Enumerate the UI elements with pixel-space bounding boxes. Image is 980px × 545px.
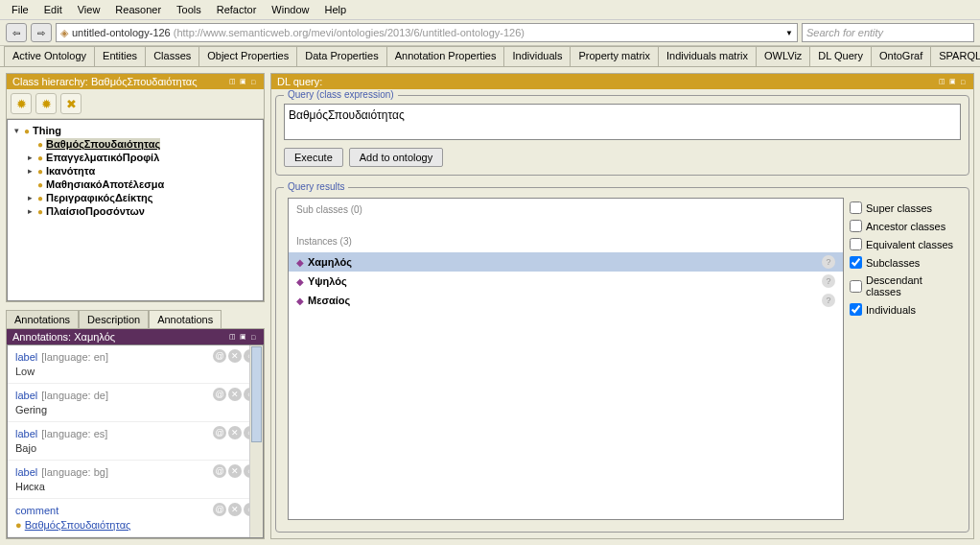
sub-tab-annotations[interactable]: Annotations	[6, 310, 79, 328]
ontology-url: (http://www.semanticweb.org/mevi/ontolog…	[174, 27, 525, 38]
option-super-classes[interactable]: Super classes	[850, 201, 957, 214]
query-input[interactable]: ΒαθμόςΣπουδαιότητας	[284, 104, 961, 140]
help-icon[interactable]: ?	[822, 294, 835, 307]
tree-node[interactable]: ▸●ΠλαίσιοΠροσόντων	[12, 204, 259, 218]
annotations-header: Annotations: Χαμηλός ◫▣□	[7, 329, 264, 344]
panel-btn-icon[interactable]: ◫	[937, 77, 946, 86]
option-individuals[interactable]: Individuals	[850, 303, 957, 316]
results-legend: Query results	[284, 181, 348, 192]
subclasses-label: Sub classes (0)	[289, 199, 843, 221]
sub-tab-description[interactable]: Description	[79, 310, 149, 328]
tree-node[interactable]: ●ΒαθμόςΣπουδαιότητας	[12, 137, 259, 151]
menu-edit[interactable]: Edit	[36, 2, 70, 17]
ann-delete-icon[interactable]: ✕	[228, 349, 242, 363]
annotation-item[interactable]: label[language: en]@✕○Low	[8, 345, 263, 384]
tab-individuals-matrix[interactable]: Individuals matrix	[658, 46, 757, 66]
panel-btn-icon[interactable]: ▣	[238, 77, 247, 86]
ann-edit-icon[interactable]: @	[213, 388, 226, 401]
result-instance[interactable]: ◆Υψηλός?	[289, 272, 843, 291]
query-options: Super classesAncestor classesEquivalent …	[850, 198, 957, 520]
tab-property-matrix[interactable]: Property matrix	[570, 46, 659, 66]
instances-label: Instances (3)	[289, 230, 843, 252]
query-expression-section: Query (class expression) ΒαθμόςΣπουδαιότ…	[275, 95, 969, 176]
tab-ontograf[interactable]: OntoGraf	[871, 46, 931, 66]
back-button[interactable]: ⇦	[6, 23, 27, 42]
annotation-item[interactable]: label[language: bg]@✕○Ниска	[8, 461, 263, 499]
ontology-title: untitled-ontology-126	[72, 27, 171, 38]
panel-btn-icon[interactable]: ▣	[947, 77, 957, 86]
query-results-section: Query results Sub classes (0)Instances (…	[275, 187, 969, 533]
class-hierarchy-header: Class hierarchy: ΒαθμόςΣπουδαιότητας ◫▣□	[7, 74, 264, 89]
help-icon[interactable]: ?	[822, 255, 835, 269]
menu-tools[interactable]: Tools	[169, 2, 209, 17]
tab-data-properties[interactable]: Data Properties	[296, 46, 386, 66]
ann-delete-icon[interactable]: ✕	[228, 426, 242, 439]
delete-button[interactable]: ✖	[60, 93, 82, 114]
menu-view[interactable]: View	[70, 2, 108, 17]
tree-node[interactable]: ▸●Ικανότητα	[12, 164, 259, 178]
add-child-button[interactable]: ✹	[35, 93, 57, 114]
tree-node[interactable]: ▸●ΕπαγγελματικόΠροφίλ	[12, 151, 259, 164]
annotation-item[interactable]: label[language: de]@✕○Gering	[8, 384, 263, 422]
query-legend: Query (class expression)	[284, 89, 398, 100]
tab-owlviz[interactable]: OWLViz	[756, 46, 810, 66]
add-sibling-button[interactable]: ✹	[11, 93, 32, 114]
results-list[interactable]: Sub classes (0)Instances (3)◆Χαμηλός?◆Υψ…	[288, 198, 844, 520]
panel-btn-icon[interactable]: □	[248, 77, 258, 86]
panel-btn-icon[interactable]: ◫	[227, 332, 237, 342]
menu-reasoner[interactable]: Reasoner	[107, 2, 169, 17]
ann-delete-icon[interactable]: ✕	[228, 388, 242, 401]
tree-node[interactable]: ●ΜαθησιακόΑποτέλεσμα	[12, 178, 259, 191]
ann-edit-icon[interactable]: @	[213, 464, 226, 478]
ontology-selector[interactable]: ◈ untitled-ontology-126 (http://www.sema…	[56, 23, 798, 42]
panel-btn-icon[interactable]: ▣	[238, 332, 247, 342]
main-tabs: Active OntologyEntitiesClassesObject Pro…	[0, 46, 980, 67]
option-ancestor-classes[interactable]: Ancestor classes	[850, 220, 957, 232]
tab-annotation-properties[interactable]: Annotation Properties	[386, 46, 505, 66]
option-equivalent-classes[interactable]: Equivalent classes	[850, 238, 957, 250]
option-descendant-classes[interactable]: Descendant classes	[850, 274, 957, 297]
class-tree[interactable]: ▾●Thing ●ΒαθμόςΣπουδαιότητας▸●Επαγγελματ…	[7, 119, 264, 301]
annotations-list[interactable]: label[language: en]@✕○Lowlabel[language:…	[7, 344, 264, 538]
panel-btn-icon[interactable]: □	[958, 77, 968, 86]
menu-file[interactable]: File	[4, 2, 36, 17]
toolbar: ⇦ ⇨ ◈ untitled-ontology-126 (http://www.…	[0, 20, 980, 46]
scrollbar[interactable]	[249, 345, 263, 537]
menu-window[interactable]: Window	[264, 2, 316, 17]
help-icon[interactable]: ?	[822, 274, 835, 288]
dl-query-header: DL query: ◫▣□	[271, 74, 973, 89]
sub-tab-annotations[interactable]: Annotations	[149, 310, 222, 328]
tab-classes[interactable]: Classes	[145, 46, 199, 66]
menu-help[interactable]: Help	[316, 2, 354, 17]
tab-active-ontology[interactable]: Active Ontology	[4, 46, 95, 66]
result-instance[interactable]: ◆Χαμηλός?	[289, 252, 843, 272]
ann-edit-icon[interactable]: @	[213, 349, 226, 363]
tab-dl-query[interactable]: DL Query	[809, 46, 872, 66]
panel-btn-icon[interactable]: □	[248, 332, 258, 342]
menu-refactor[interactable]: Refactor	[209, 2, 265, 17]
tree-node-thing[interactable]: ▾●Thing	[12, 124, 259, 137]
dropdown-icon: ▼	[785, 29, 793, 37]
execute-button[interactable]: Execute	[284, 148, 343, 167]
tab-individuals[interactable]: Individuals	[503, 46, 571, 66]
ann-delete-icon[interactable]: ✕	[228, 503, 242, 516]
option-subclasses[interactable]: Subclasses	[850, 256, 957, 269]
result-instance[interactable]: ◆Μεσαίος?	[289, 291, 843, 310]
annotation-item[interactable]: comment@✕○● ΒαθμόςΣπουδαιότητας	[8, 499, 263, 537]
diamond-icon: ◈	[60, 27, 68, 39]
tab-object-properties[interactable]: Object Properties	[198, 46, 297, 66]
sub-tabs: AnnotationsDescriptionAnnotations	[6, 310, 265, 328]
forward-button[interactable]: ⇨	[31, 23, 52, 42]
tab-entities[interactable]: Entities	[94, 46, 146, 66]
tree-node[interactable]: ▸●ΠεριγραφικόςΔείκτης	[12, 191, 259, 204]
search-input[interactable]: Search for entity	[802, 23, 974, 42]
ann-edit-icon[interactable]: @	[213, 503, 226, 516]
ann-edit-icon[interactable]: @	[213, 426, 226, 439]
panel-btn-icon[interactable]: ◫	[227, 77, 237, 86]
ann-delete-icon[interactable]: ✕	[228, 464, 242, 478]
add-to-ontology-button[interactable]: Add to ontology	[349, 148, 443, 167]
tree-toolbar: ✹ ✹ ✖	[7, 89, 264, 119]
annotation-item[interactable]: label[language: es]@✕○Bajo	[8, 422, 263, 461]
menubar: FileEditViewReasonerToolsRefactorWindowH…	[0, 0, 980, 20]
tab-sparql-query[interactable]: SPARQL Query	[930, 46, 980, 66]
